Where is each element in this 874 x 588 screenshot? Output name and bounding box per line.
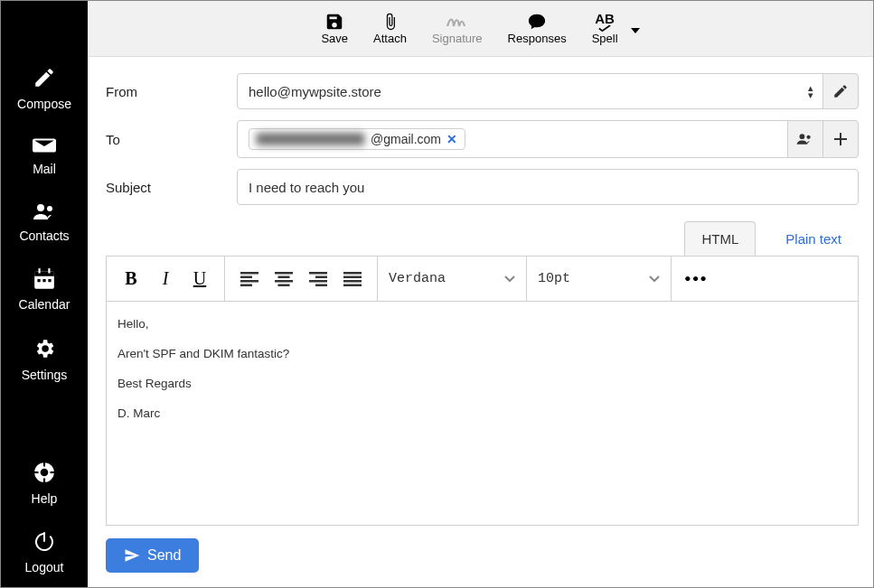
sidebar-item-label: Logout	[25, 560, 64, 574]
sidebar-item-contacts[interactable]: Contacts	[1, 201, 88, 243]
underline-button[interactable]: U	[183, 262, 217, 296]
compose-area: From hello@mywpsite.store ▴▾ To @gmail.c…	[88, 57, 873, 587]
svg-rect-13	[43, 479, 45, 483]
svg-rect-14	[33, 471, 38, 473]
sidebar-item-label: Settings	[22, 368, 68, 382]
remove-recipient-icon[interactable]: ✕	[446, 132, 457, 146]
responses-button[interactable]: Responses	[508, 12, 567, 45]
svg-rect-35	[343, 280, 362, 283]
body-line: D. Marc	[117, 406, 847, 423]
editor-toolbar: B I U	[107, 257, 858, 302]
tab-plain-text[interactable]: Plain text	[768, 221, 859, 256]
toolbar-label: Attach	[373, 32, 407, 45]
top-toolbar: Save Attach Signature Responses AB S	[88, 1, 873, 57]
bold-button[interactable]: B	[114, 262, 148, 296]
sidebar-item-settings[interactable]: Settings	[1, 337, 88, 382]
more-formatting-button[interactable]: •••	[679, 262, 713, 296]
spell-dropdown-caret[interactable]	[631, 21, 640, 37]
align-justify-button[interactable]	[335, 262, 370, 296]
add-recipient-button[interactable]	[822, 120, 859, 158]
sidebar-item-label: Mail	[33, 162, 56, 176]
font-size-value: 10pt	[538, 271, 570, 286]
sidebar-item-label: Calendar	[19, 297, 70, 312]
sidebar-item-logout[interactable]: Logout	[1, 531, 88, 574]
save-icon	[324, 12, 344, 32]
sidebar-item-help[interactable]: Help	[1, 461, 88, 506]
body-line: Best Regards	[117, 376, 847, 393]
body-line: Aren't SPF and DKIM fantastic?	[117, 346, 847, 363]
from-label: From	[106, 84, 237, 99]
from-value: hello@mywpsite.store	[249, 84, 381, 99]
font-size-select[interactable]: 10pt	[527, 257, 672, 301]
svg-rect-28	[278, 284, 290, 286]
svg-rect-8	[42, 279, 45, 282]
svg-rect-32	[315, 284, 327, 286]
to-input[interactable]: @gmail.com ✕	[237, 120, 788, 158]
italic-button[interactable]: I	[148, 262, 183, 296]
editor-body[interactable]: Hello, Aren't SPF and DKIM fantastic? Be…	[107, 302, 858, 525]
calendar-icon	[33, 268, 56, 293]
svg-rect-30	[315, 275, 327, 278]
save-button[interactable]: Save	[321, 12, 348, 45]
compose-icon	[33, 66, 56, 92]
signature-icon	[446, 12, 469, 32]
contacts-icon	[32, 201, 57, 224]
svg-rect-6	[48, 268, 50, 273]
send-label: Send	[147, 547, 181, 564]
recipient-redacted	[257, 133, 365, 145]
svg-point-18	[806, 135, 810, 139]
svg-rect-16	[43, 532, 45, 542]
subject-label: Subject	[106, 180, 237, 195]
svg-rect-4	[34, 271, 54, 275]
recipient-suffix: @gmail.com	[371, 132, 441, 146]
svg-rect-12	[43, 462, 45, 466]
svg-rect-29	[309, 272, 327, 275]
toolbar-label: Responses	[508, 32, 567, 45]
svg-rect-31	[309, 280, 327, 283]
align-left-button[interactable]	[232, 262, 267, 296]
font-family-value: Verdana	[389, 271, 446, 286]
sidebar: Compose Mail Contacts Calendar Settings …	[1, 1, 88, 587]
from-select[interactable]: hello@mywpsite.store ▴▾	[237, 73, 823, 109]
align-right-button[interactable]	[301, 262, 335, 296]
logout-icon	[33, 531, 55, 555]
svg-rect-7	[37, 279, 40, 282]
svg-point-17	[800, 134, 805, 139]
svg-rect-22	[240, 275, 252, 278]
select-arrows-icon: ▴▾	[808, 84, 813, 98]
attach-button[interactable]: Attach	[373, 12, 407, 45]
sidebar-item-compose[interactable]: Compose	[1, 66, 88, 111]
send-button[interactable]: Send	[106, 538, 199, 573]
subject-input[interactable]	[237, 169, 859, 205]
svg-rect-34	[343, 275, 362, 278]
responses-icon	[527, 12, 547, 32]
sidebar-item-label: Compose	[17, 97, 71, 111]
sidebar-item-calendar[interactable]: Calendar	[1, 268, 88, 312]
subject-row: Subject	[106, 169, 859, 205]
svg-point-11	[41, 469, 49, 477]
spell-button[interactable]: AB Spell	[592, 12, 618, 45]
recipient-chip[interactable]: @gmail.com ✕	[249, 128, 465, 150]
svg-rect-25	[275, 272, 293, 275]
format-tabs-row: HTML Plain text	[106, 221, 859, 256]
gear-icon	[33, 337, 56, 363]
font-family-select[interactable]: Verdana	[378, 257, 527, 301]
svg-rect-26	[278, 275, 290, 278]
body-line: Hello,	[117, 316, 847, 333]
svg-point-2	[47, 206, 52, 211]
toolbar-label: Save	[321, 32, 348, 45]
sidebar-item-mail[interactable]: Mail	[1, 136, 88, 176]
edit-identity-button[interactable]	[822, 73, 859, 109]
from-row: From hello@mywpsite.store ▴▾	[106, 73, 859, 109]
to-row: To @gmail.com ✕	[106, 120, 859, 158]
attach-icon	[381, 12, 399, 32]
tab-html[interactable]: HTML	[684, 221, 756, 256]
svg-rect-23	[240, 280, 258, 283]
add-contact-button[interactable]	[787, 120, 823, 158]
svg-rect-15	[51, 471, 55, 473]
align-center-button[interactable]	[267, 262, 301, 296]
to-label: To	[106, 132, 237, 147]
send-icon	[124, 547, 140, 564]
svg-rect-5	[39, 268, 41, 273]
svg-point-1	[37, 204, 44, 211]
